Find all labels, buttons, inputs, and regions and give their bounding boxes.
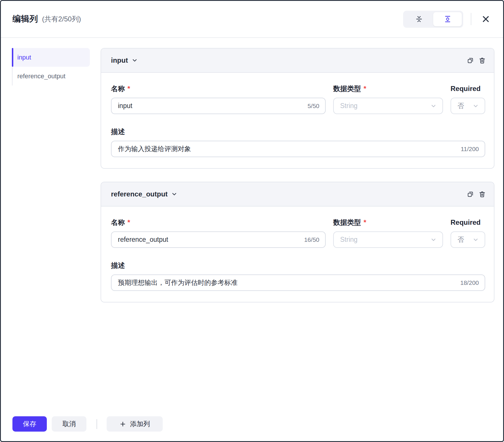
chevron-down-icon[interactable] [131,57,138,64]
close-icon [482,15,490,23]
column-card-header: input [101,49,494,73]
dialog-title: 编辑列 [12,13,38,25]
columns-sidebar: input reference_output [12,48,90,416]
required-asterisk: * [127,218,130,226]
data-type-value: String [340,236,430,244]
dialog-footer: 保存 取消 添加列 [1,416,503,441]
chevron-down-icon [472,103,479,109]
chevron-down-icon [472,237,479,243]
trash-icon [479,57,486,64]
name-input[interactable] [118,102,304,110]
duplicate-column-button[interactable] [467,57,474,64]
collapse-vertical-icon [415,15,423,23]
description-field: 11/200 [111,141,485,157]
description-label: 描述 [111,127,485,136]
columns-list: input reference_output [12,48,90,86]
column-card-actions [467,191,486,198]
collapse-all-button[interactable] [405,12,433,26]
name-input[interactable] [118,236,301,244]
description-char-counter: 18/200 [460,279,479,286]
required-asterisk: * [364,218,366,226]
column-count: (共有2/50列) [42,14,81,24]
footer-divider [97,419,97,429]
column-card-body: 名称* 16/50 数据类型* Str [101,207,494,302]
column-card-header: reference_output [101,182,494,207]
description-input[interactable] [118,145,457,153]
sidebar-item-reference-output[interactable]: reference_output [13,67,90,86]
name-char-counter: 5/50 [307,103,319,109]
name-label: 名称* [111,84,326,93]
description-label: 描述 [111,261,485,270]
delete-column-button[interactable] [479,191,486,198]
data-type-label: 数据类型* [333,218,443,227]
delete-column-button[interactable] [479,57,486,64]
name-field: 5/50 [111,98,326,114]
cancel-button[interactable]: 取消 [52,416,86,432]
name-label: 名称* [111,218,326,227]
required-label: Required [451,218,485,227]
name-char-counter: 16/50 [304,236,319,243]
required-select[interactable]: 否 [451,98,485,114]
data-type-label: 数据类型* [333,84,443,93]
dialog-content: input reference_output input [1,38,503,416]
description-field: 18/200 [111,274,485,291]
copy-icon [467,191,474,198]
close-button[interactable] [479,12,493,26]
column-card-body: 名称* 5/50 数据类型* Stri [101,73,494,168]
sidebar-item-label: input [17,54,31,61]
chevron-down-icon [430,237,437,243]
data-type-value: String [340,102,430,110]
name-field: 16/50 [111,231,326,248]
header-divider [471,13,471,25]
save-button[interactable]: 保存 [12,416,47,432]
sidebar-item-label: reference_output [17,73,65,80]
required-value: 否 [457,235,472,244]
chevron-down-icon[interactable] [171,191,177,197]
view-toggle [403,11,463,28]
column-card-title: reference_output [111,190,168,198]
trash-icon [479,191,486,198]
sidebar-item-input[interactable]: input [13,48,90,67]
column-card-actions [467,57,486,64]
required-select[interactable]: 否 [451,231,485,248]
required-asterisk: * [364,85,366,93]
duplicate-column-button[interactable] [467,191,474,198]
expand-vertical-icon [444,15,452,23]
chevron-down-icon [430,103,437,109]
column-card-input: input [101,48,494,169]
required-label: Required [451,84,485,93]
plus-icon [119,421,126,428]
data-type-select[interactable]: String [333,98,443,114]
required-asterisk: * [127,85,130,93]
expand-all-button[interactable] [433,12,462,26]
header-actions [403,11,493,28]
add-column-button[interactable]: 添加列 [107,416,163,432]
columns-editor: input [101,48,494,416]
copy-icon [467,57,474,64]
description-char-counter: 11/200 [461,146,479,153]
data-type-select[interactable]: String [333,231,443,248]
description-input[interactable] [118,279,457,287]
column-card-reference-output: reference_output [101,182,494,302]
dialog-header: 编辑列 (共有2/50列) [1,1,503,38]
column-card-title: input [111,56,128,64]
edit-columns-dialog: 编辑列 (共有2/50列) [0,0,504,442]
required-value: 否 [457,101,472,110]
